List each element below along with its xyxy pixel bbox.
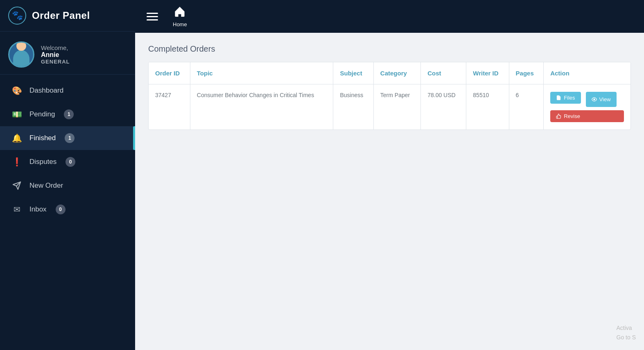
user-name: Annie: [41, 51, 70, 59]
sidebar-item-label: Inbox: [29, 205, 47, 214]
dashboard-icon: 🎨: [11, 85, 22, 96]
pending-badge: 1: [64, 109, 74, 119]
cell-action: Files View: [544, 84, 630, 130]
nav-menu: 🎨 Dashboard 💵 Pending 1 🔔 Finished 1 ❗ D…: [0, 75, 135, 350]
sidebar-item-new-order[interactable]: New Order: [0, 174, 135, 198]
table-row: 37427 Consumer Behavior Changes in Criti…: [149, 84, 630, 130]
sidebar-item-pending[interactable]: 💵 Pending 1: [0, 102, 135, 126]
user-info: Welcome, Annie GENERAL: [41, 44, 70, 65]
inbox-badge: 0: [56, 205, 66, 214]
sidebar-item-label: Dashboard: [29, 86, 63, 95]
sidebar: 🐾 Order Panel Welcome, Annie GENERAL 🎨 D…: [0, 0, 135, 350]
cell-topic: Consumer Behavior Changes in Critical Ti…: [190, 84, 333, 130]
logo-icon: 🐾: [8, 7, 26, 25]
finished-icon: 🔔: [11, 133, 22, 143]
home-icon: [174, 5, 186, 20]
new-order-icon: [11, 180, 22, 191]
sidebar-header: 🐾 Order Panel: [0, 0, 135, 32]
cell-cost: 78.00 USD: [421, 84, 466, 130]
finished-badge: 1: [65, 133, 75, 143]
col-topic: Topic: [190, 62, 333, 84]
col-pages: Pages: [509, 62, 544, 84]
sidebar-item-dashboard[interactable]: 🎨 Dashboard: [0, 79, 135, 102]
cell-subject: Business: [333, 84, 373, 130]
user-section: Welcome, Annie GENERAL: [0, 32, 135, 75]
cell-pages: 6: [509, 84, 544, 130]
sidebar-item-label: Pending: [29, 110, 55, 118]
col-order-id: Order ID: [149, 62, 190, 84]
col-writer-id: Writer ID: [466, 62, 509, 84]
cell-category: Term Paper: [373, 84, 420, 130]
orders-table: Order ID Topic Subject Category Cost Wri…: [149, 62, 630, 130]
disputes-badge: 0: [66, 157, 75, 167]
col-cost: Cost: [421, 62, 466, 84]
welcome-text: Welcome,: [41, 44, 70, 51]
view-button[interactable]: View: [586, 92, 617, 107]
main-content: Home Completed Orders Order ID Topic Sub…: [135, 0, 644, 350]
revise-button[interactable]: Revise: [550, 110, 624, 122]
table-header-row: Order ID Topic Subject Category Cost Wri…: [149, 62, 630, 84]
cell-order-id: 37427: [149, 84, 190, 130]
user-role: GENERAL: [41, 59, 70, 65]
inbox-icon: ✉: [11, 204, 22, 215]
col-category: Category: [373, 62, 420, 84]
app-title: Order Panel: [32, 10, 90, 21]
sidebar-item-finished[interactable]: 🔔 Finished 1: [0, 126, 135, 150]
home-label: Home: [173, 21, 187, 27]
cell-writer-id: 85510: [466, 84, 509, 130]
files-button[interactable]: Files: [550, 92, 581, 104]
sidebar-item-label: Disputes: [29, 158, 56, 166]
avatar: [8, 41, 34, 68]
sidebar-item-label: Finished: [29, 134, 56, 142]
sidebar-item-inbox[interactable]: ✉ Inbox 0: [0, 198, 135, 221]
col-subject: Subject: [333, 62, 373, 84]
page-body: Completed Orders Order ID Topic Subject …: [135, 33, 644, 350]
orders-table-container: Order ID Topic Subject Category Cost Wri…: [148, 62, 631, 130]
pending-icon: 💵: [11, 109, 22, 120]
col-action: Action: [544, 62, 630, 84]
activate-watermark: Activa Go to S: [617, 323, 636, 342]
svg-point-2: [593, 99, 594, 100]
section-title: Completed Orders: [148, 44, 631, 54]
topbar: Home: [135, 0, 644, 33]
sidebar-item-disputes[interactable]: ❗ Disputes 0: [0, 150, 135, 174]
disputes-icon: ❗: [11, 157, 22, 167]
sidebar-item-label: New Order: [29, 182, 63, 190]
hamburger-menu-button[interactable]: [145, 11, 160, 22]
home-nav-button[interactable]: Home: [168, 3, 192, 30]
